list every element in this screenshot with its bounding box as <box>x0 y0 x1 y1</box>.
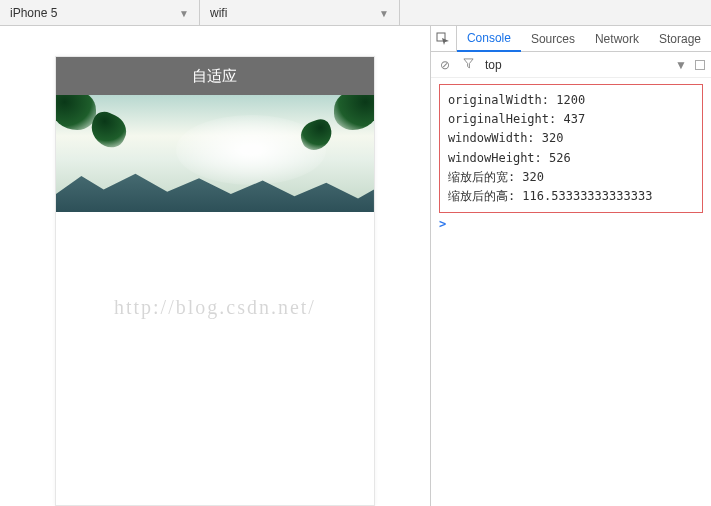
context-selector[interactable]: top <box>485 58 502 72</box>
bamboo-leaves <box>56 95 96 130</box>
chevron-down-icon[interactable]: ▼ <box>673 58 689 72</box>
filter-icon[interactable] <box>461 58 477 72</box>
settings-checkbox[interactable] <box>695 60 705 70</box>
device-frame: 自适应 <box>55 56 375 506</box>
console-log-line: originalWidth: 1200 <box>448 91 694 110</box>
viewport-pane: 自适应 http://blog.csdn.net/ <box>0 26 431 506</box>
console-log-line: windowWidth: 320 <box>448 129 694 148</box>
tab-storage[interactable]: Storage <box>649 26 711 52</box>
console-prompt[interactable]: > <box>439 217 703 231</box>
device-toolbar: iPhone 5 ▼ wifi ▼ <box>0 0 711 26</box>
console-log-line: windowHeight: 526 <box>448 149 694 168</box>
tab-sources[interactable]: Sources <box>521 26 585 52</box>
console-log-line: 缩放后的宽: 320 <box>448 168 694 187</box>
main-area: 自适应 http://blog.csdn.net/ Console Source… <box>0 26 711 506</box>
console-log-line: 缩放后的高: 116.53333333333333 <box>448 187 694 206</box>
devtools-tabs: Console Sources Network Storage <box>431 26 711 52</box>
tab-network[interactable]: Network <box>585 26 649 52</box>
hero-image <box>56 95 374 212</box>
console-log-line: originalHeight: 437 <box>448 110 694 129</box>
console-output: originalWidth: 1200 originalHeight: 437 … <box>431 78 711 506</box>
inspect-icon[interactable] <box>431 26 457 52</box>
clear-console-icon[interactable]: ⊘ <box>437 58 453 72</box>
page-header: 自适应 <box>56 57 374 95</box>
device-dropdown[interactable]: iPhone 5 ▼ <box>0 0 200 26</box>
network-dropdown[interactable]: wifi ▼ <box>200 0 400 26</box>
page-title: 自适应 <box>192 67 237 86</box>
devtools-pane: Console Sources Network Storage ⊘ top ▼ … <box>431 26 711 506</box>
tab-console[interactable]: Console <box>457 26 521 52</box>
console-toolbar: ⊘ top ▼ <box>431 52 711 78</box>
network-label: wifi <box>210 6 227 20</box>
chevron-down-icon: ▼ <box>379 8 389 19</box>
bamboo-leaves <box>334 95 374 130</box>
device-label: iPhone 5 <box>10 6 57 20</box>
cloud-shape <box>176 115 326 185</box>
console-log-group: originalWidth: 1200 originalHeight: 437 … <box>439 84 703 213</box>
chevron-down-icon: ▼ <box>179 8 189 19</box>
